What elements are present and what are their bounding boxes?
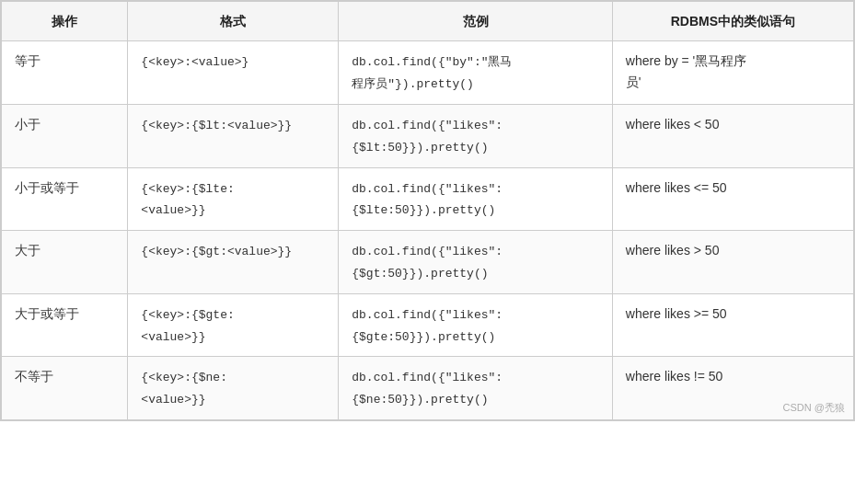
cell-format: {<key>:{$ne:<value>}} xyxy=(128,357,339,420)
cell-rdbms: where likes >= 50 xyxy=(612,293,853,357)
header-example: 范例 xyxy=(339,2,613,41)
cell-operation: 不等于 xyxy=(2,357,128,420)
cell-rdbms: where likes > 50 xyxy=(612,231,853,294)
cell-example: db.col.find({"by":"黑马程序员"}).pretty() xyxy=(339,41,613,105)
cell-operation: 等于 xyxy=(2,41,128,105)
table-row: 小于{<key>:{$lt:<value>}}db.col.find({"lik… xyxy=(2,104,854,167)
table-row: 大于{<key>:{$gt:<value>}}db.col.find({"lik… xyxy=(2,231,854,294)
cell-operation: 大于 xyxy=(2,231,128,294)
cell-format: {<key>:{$lte:<value>}} xyxy=(128,167,339,231)
cell-format: {<key>:{$gt:<value>}} xyxy=(128,231,339,294)
cell-rdbms: where likes <= 50 xyxy=(612,167,853,231)
table-row: 不等于{<key>:{$ne:<value>}}db.col.find({"li… xyxy=(2,357,854,420)
cell-operation: 小于或等于 xyxy=(2,167,128,231)
cell-operation: 小于 xyxy=(2,104,128,167)
cell-example: db.col.find({"likes":{$gt:50}}).pretty() xyxy=(339,231,613,294)
cell-operation: 大于或等于 xyxy=(2,293,128,357)
header-format: 格式 xyxy=(128,2,339,41)
table-row: 等于{<key>:<value>}db.col.find({"by":"黑马程序… xyxy=(2,41,854,105)
comparison-table: 操作 格式 范例 RDBMS中的类似语句 等于{<key>:<value>}db… xyxy=(1,1,854,420)
cell-format: {<key>:{$gte:<value>}} xyxy=(128,293,339,357)
table-row: 大于或等于{<key>:{$gte:<value>}}db.col.find({… xyxy=(2,293,854,357)
cell-example: db.col.find({"likes":{$lt:50}}).pretty() xyxy=(339,104,613,167)
header-rdbms: RDBMS中的类似语句 xyxy=(612,2,853,41)
cell-example: db.col.find({"likes":{$gte:50}}).pretty(… xyxy=(339,293,613,357)
main-table-container: 操作 格式 范例 RDBMS中的类似语句 等于{<key>:<value>}db… xyxy=(0,0,855,421)
table-row: 小于或等于{<key>:{$lte:<value>}}db.col.find({… xyxy=(2,167,854,231)
cell-format: {<key>:{$lt:<value>}} xyxy=(128,104,339,167)
cell-rdbms: where likes < 50 xyxy=(612,104,853,167)
cell-example: db.col.find({"likes":{$ne:50}}).pretty() xyxy=(339,357,613,420)
cell-rdbms: where by = '黑马程序员' xyxy=(612,41,853,105)
cell-example: db.col.find({"likes":{$lte:50}}).pretty(… xyxy=(339,167,613,231)
header-operation: 操作 xyxy=(2,2,128,41)
table-header-row: 操作 格式 范例 RDBMS中的类似语句 xyxy=(2,2,854,41)
cell-format: {<key>:<value>} xyxy=(128,41,339,105)
watermark-label: CSDN @禿狼 xyxy=(783,401,845,415)
